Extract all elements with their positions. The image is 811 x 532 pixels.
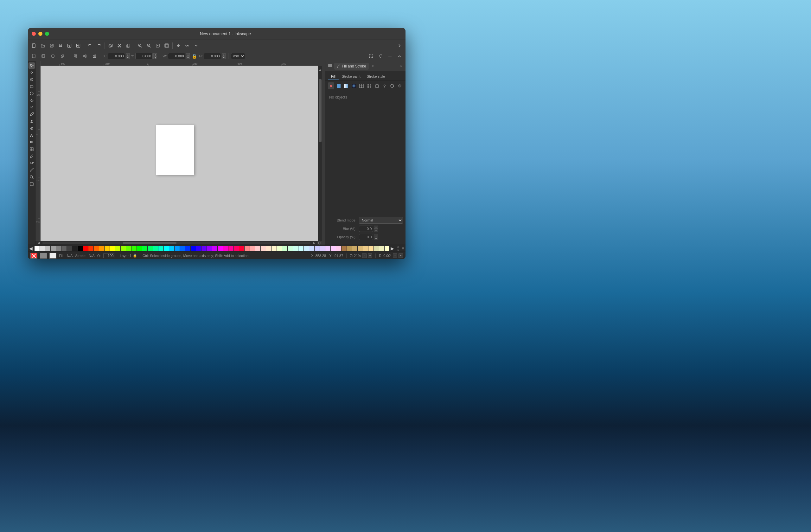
color-swatch[interactable] — [51, 246, 56, 251]
color-swatch[interactable] — [315, 246, 320, 251]
color-swatch[interactable] — [45, 246, 50, 251]
color-swatch[interactable] — [105, 246, 110, 251]
color-swatch[interactable] — [374, 246, 379, 251]
color-swatch[interactable] — [185, 246, 190, 251]
blur-down-btn[interactable]: ▼ — [374, 229, 378, 232]
color-swatch[interactable] — [363, 246, 368, 251]
x-stepper[interactable]: ▲ ▼ — [126, 53, 129, 59]
color-swatch[interactable] — [196, 246, 201, 251]
blur-input[interactable] — [359, 226, 373, 232]
color-swatch[interactable] — [299, 246, 304, 251]
swatch-btn[interactable] — [374, 82, 380, 89]
zoom-in-btn[interactable] — [136, 42, 144, 50]
color-swatch[interactable] — [223, 246, 228, 251]
minimize-button[interactable] — [38, 32, 43, 36]
new-document-btn[interactable] — [30, 42, 38, 50]
rot-dec-btn[interactable]: − — [393, 254, 397, 258]
x-input[interactable] — [108, 53, 125, 59]
unset-fill-btn2[interactable] — [397, 82, 403, 89]
color-swatch[interactable] — [341, 246, 347, 251]
color-swatch[interactable] — [358, 246, 363, 251]
zoom-tool-btn[interactable] — [29, 174, 35, 180]
close-button[interactable] — [32, 32, 36, 36]
color-swatch[interactable] — [385, 246, 389, 251]
status-stroke-swatch[interactable] — [40, 253, 47, 259]
scale-btn[interactable] — [58, 52, 66, 60]
color-swatch[interactable] — [309, 246, 314, 251]
color-swatch[interactable] — [228, 246, 233, 251]
color-swatch[interactable] — [277, 246, 282, 251]
opacity-input-status[interactable] — [103, 253, 114, 258]
h-stepper[interactable]: ▲ ▼ — [222, 53, 226, 59]
palette-scroll-arrows[interactable]: ▲ ▼ — [395, 245, 401, 252]
layer-lock-btn[interactable]: 🔒 — [133, 254, 137, 258]
measure-tool-btn[interactable] — [29, 167, 35, 173]
opacity-down-btn[interactable]: ▼ — [374, 237, 378, 240]
color-swatch[interactable] — [347, 246, 352, 251]
snap-global-btn[interactable] — [174, 42, 183, 50]
panel-close-btn[interactable]: × — [371, 64, 375, 69]
x-down-btn[interactable]: ▼ — [126, 56, 129, 59]
color-swatch[interactable] — [261, 246, 266, 251]
color-swatch[interactable] — [174, 246, 180, 251]
color-swatch[interactable] — [212, 246, 217, 251]
palette-down-btn[interactable]: ▼ — [397, 249, 399, 252]
scrollbar-right-btn[interactable]: ▶ — [311, 241, 318, 245]
star-tool-btn[interactable] — [29, 97, 35, 104]
h-input[interactable] — [204, 53, 221, 59]
opacity-up-btn[interactable]: ▲ — [374, 234, 378, 237]
pages-tool-btn[interactable] — [29, 181, 35, 187]
vertical-scrollbar[interactable]: ▲ — [318, 66, 322, 241]
scrollbar-thumb-h[interactable] — [123, 242, 177, 244]
color-swatch[interactable] — [67, 246, 72, 251]
color-swatch[interactable] — [325, 246, 331, 251]
color-swatch[interactable] — [368, 246, 373, 251]
color-swatch[interactable] — [245, 246, 250, 251]
color-swatch[interactable] — [293, 246, 298, 251]
connector-tool-btn[interactable] — [29, 160, 35, 166]
blur-stepper[interactable]: ▲ ▼ — [374, 226, 378, 232]
palette-menu-btn[interactable]: ≡ — [401, 246, 406, 250]
select-all-btn[interactable] — [30, 52, 38, 60]
scrollbar-left-btn[interactable]: ◀ — [35, 241, 42, 245]
palette-scroll-right[interactable]: ▶ — [389, 246, 395, 251]
import-btn[interactable] — [65, 42, 74, 50]
color-swatch[interactable] — [72, 246, 77, 251]
gradient-tool-btn[interactable] — [29, 139, 35, 146]
cut-btn[interactable] — [115, 42, 124, 50]
status-color-x[interactable] — [30, 253, 37, 259]
color-swatch[interactable] — [126, 246, 131, 251]
color-swatch[interactable] — [180, 246, 185, 251]
color-swatch[interactable] — [191, 246, 196, 251]
pen-tool-btn[interactable] — [29, 118, 35, 124]
more-btn[interactable] — [192, 42, 200, 50]
y-input[interactable] — [135, 53, 153, 59]
stroke-style-tab[interactable]: Stroke style — [364, 73, 388, 80]
align-top-btn[interactable] — [71, 52, 79, 60]
open-btn[interactable] — [39, 42, 47, 50]
w-up-btn[interactable]: ▲ — [186, 53, 190, 56]
color-swatch[interactable] — [239, 246, 244, 251]
color-swatch[interactable] — [169, 246, 174, 251]
calligraphy-tool-btn[interactable] — [29, 125, 35, 132]
scrollbar-track-h[interactable] — [43, 242, 310, 244]
rotation-handles-btn[interactable] — [376, 52, 385, 60]
toolbar-expand-right[interactable] — [395, 42, 403, 50]
color-swatch[interactable] — [282, 246, 287, 251]
rot-inc-btn[interactable]: + — [399, 254, 403, 258]
color-swatch[interactable] — [132, 246, 137, 251]
color-swatch[interactable] — [83, 246, 88, 251]
select-inside-btn[interactable] — [39, 52, 47, 60]
color-swatch[interactable] — [110, 246, 115, 251]
rectangle-tool-btn[interactable] — [29, 83, 35, 90]
stroke-paint-tab[interactable]: Stroke paint — [339, 73, 364, 80]
canvas[interactable] — [41, 66, 318, 241]
color-swatch[interactable] — [137, 246, 142, 251]
mesh-grad-btn[interactable] — [358, 82, 365, 89]
print-btn[interactable] — [56, 42, 65, 50]
transform-handles-btn[interactable] — [367, 52, 375, 60]
unit-select[interactable]: mmpxcminpt — [231, 53, 245, 59]
color-swatch[interactable] — [121, 246, 126, 251]
fill-stroke-panel-tab[interactable]: Fill and Stroke — [334, 63, 369, 70]
copy-btn[interactable] — [124, 42, 133, 50]
